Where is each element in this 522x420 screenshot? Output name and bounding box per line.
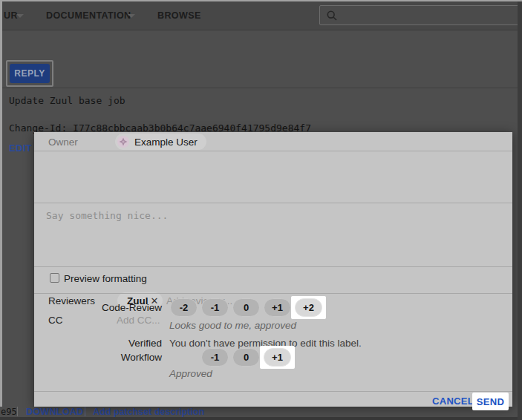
code-review-label: Code-Review — [34, 302, 162, 313]
divider — [34, 266, 512, 267]
divider — [34, 151, 512, 151]
patchset-footer: e95 DOWNLOAD Add patchset description — [0, 407, 522, 417]
workflow-label: Workflow — [34, 352, 162, 363]
divider — [17, 407, 18, 416]
sha-fragment: e95 — [1, 407, 17, 417]
download-link[interactable]: DOWNLOAD — [26, 407, 83, 417]
gerrit-reply-screen: UR DOCUMENTATION BROWSE REPLY Update Zuu… — [0, 0, 522, 420]
window-frame-top — [0, 0, 522, 1]
code-review-plus1-button[interactable]: +1 — [264, 298, 291, 317]
divider — [34, 391, 512, 392]
workflow-plus1-button[interactable]: +1 — [264, 348, 291, 367]
owner-label: Owner — [48, 137, 78, 148]
send-button[interactable]: SEND — [477, 396, 504, 407]
edit-link[interactable]: EDIT — [9, 142, 32, 154]
owner-chip-name: Example User — [134, 137, 198, 148]
code-review-zero-button[interactable]: 0 — [232, 298, 260, 317]
bottom-dark-strip — [0, 417, 522, 420]
divider — [0, 88, 522, 88]
code-review-row: Code-Review -2 -1 0 +1 +2 — [34, 298, 322, 317]
commit-message-title: Update Zuul base job — [9, 95, 125, 106]
workflow-row: Workflow -1 0 +1 — [34, 347, 291, 367]
workflow-minus1-button[interactable]: -1 — [201, 348, 229, 367]
top-nav-bar: UR DOCUMENTATION BROWSE — [0, 0, 522, 30]
code-review-minus2-button[interactable]: -2 — [170, 298, 198, 317]
cancel-button[interactable]: CANCEL — [432, 396, 474, 407]
reply-dialog: Owner Example User Reviewers Zuul ✕ CC P… — [34, 132, 512, 407]
avatar — [117, 136, 129, 148]
workflow-description: Approved — [169, 368, 212, 379]
search-input[interactable] — [342, 9, 521, 22]
code-review-minus1-button[interactable]: -1 — [201, 298, 229, 317]
reply-button[interactable]: REPLY — [10, 64, 50, 83]
selected-score-highlight: +2 — [291, 296, 326, 319]
owner-chip[interactable]: Example User — [115, 134, 206, 150]
nav-item-browse[interactable]: BROWSE — [157, 10, 201, 21]
search-icon — [326, 10, 338, 22]
divider — [85, 407, 85, 416]
workflow-zero-button[interactable]: 0 — [232, 348, 260, 367]
reply-message-textarea[interactable] — [42, 206, 505, 263]
divider — [34, 203, 512, 203]
reply-button-focus-ring: REPLY — [6, 60, 53, 87]
code-review-description: Looks good to me, approved — [169, 320, 296, 331]
pill-spacer — [170, 348, 198, 367]
selected-score-highlight: +1 — [260, 346, 295, 369]
divider — [34, 293, 512, 294]
chevron-down-icon — [16, 14, 24, 18]
window-frame-left — [0, 0, 2, 407]
send-button-focus: SEND — [472, 393, 509, 410]
search-box[interactable] — [319, 5, 521, 25]
window-edge-right — [518, 0, 522, 420]
preview-formatting-label: Preview formatting — [64, 273, 147, 284]
preview-formatting-checkbox[interactable] — [50, 273, 59, 283]
nav-item-documentation[interactable]: DOCUMENTATION — [46, 10, 131, 21]
chevron-down-icon — [128, 14, 135, 18]
code-review-plus2-button[interactable]: +2 — [295, 298, 322, 317]
add-patchset-description-link[interactable]: Add patchset description — [93, 407, 204, 417]
